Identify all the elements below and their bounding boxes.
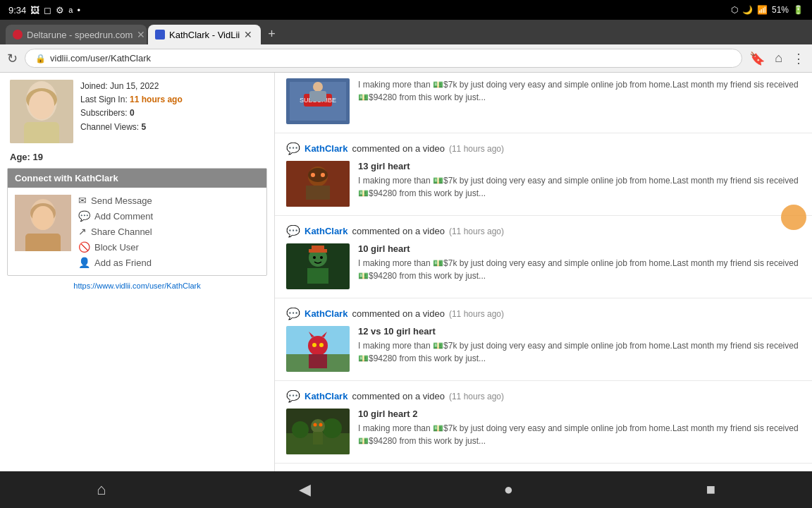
status-left: 9:34 🖼 ◻ ⚙ a • [8,5,80,16]
connect-section: Connect with KathClark ✉ Send Message [7,168,267,276]
svg-point-42 [311,419,325,433]
deltarune-favicon [13,30,23,40]
profile-url[interactable]: https://www.vidlii.com/user/KathClark [0,276,274,293]
feed-time-0: (11 hours ago) [449,144,504,154]
status-bar: 9:34 🖼 ◻ ⚙ a • ⬡ 🌙 📶 51% 🔋 [0,0,812,20]
comment-icon-1: 💬 [286,224,300,238]
svg-point-45 [319,423,323,427]
share-channel-link[interactable]: ↗ Share Channel [78,226,153,237]
block-user-label: Block User [94,242,139,253]
video-thumb-partial: SUBSCRIBE [286,78,350,124]
age-label: Age: [10,152,30,162]
comment-icon-3: 💬 [286,389,300,403]
svg-rect-4 [24,122,59,143]
video-comment-3: I making more than 💵$7k by just doing ve… [358,422,801,447]
status-right: ⬡ 🌙 📶 51% 🔋 [731,5,804,15]
video-thumb-3 [286,409,350,454]
svg-rect-19 [306,186,330,200]
svg-rect-43 [313,432,323,445]
feed-time-1: (11 hours ago) [449,226,504,236]
feed-user-3[interactable]: KathClark [304,391,347,401]
nav-home-button[interactable]: ⌂ [91,475,111,504]
video-comment-partial: I making more than 💵$7k by just doing ve… [358,78,801,104]
video-info-3: 10 girl heart 2 I making more than 💵$7k … [358,409,801,454]
video-title-0: 13 girl heart [358,161,801,171]
tab-kathclark-close[interactable]: ✕ [244,29,252,40]
feed-item-header-0: 💬 KathClark commented on a video (11 hou… [286,142,801,155]
feed-item-header-3: 💬 KathClark commented on a video (11 hou… [286,389,801,403]
dot-icon: • [77,5,80,16]
feed-body-0: 13 girl heart I making more than 💵$7k by… [286,161,801,207]
svg-rect-15 [309,91,326,102]
add-comment-label: Add Comment [94,211,153,222]
svg-rect-33 [309,354,327,368]
feed-user-0[interactable]: KathClark [304,143,347,154]
video-thumb-1 [286,243,350,289]
browser-chrome: Deltarune - speedrun.com ✕ KathClark - V… [0,20,812,44]
nav-back-button[interactable]: ◀ [293,475,316,504]
block-user-link[interactable]: 🚫 Block User [78,241,153,253]
battery: 51% [772,5,789,15]
feed-item-partial: SUBSCRIBE I making more than 💵$7k by jus… [275,73,812,133]
video-comment-2: I making more than 💵$7k by just doing ve… [358,339,801,365]
svg-point-32 [308,336,328,356]
profile-avatar [10,80,73,143]
video-thumb-0 [286,161,350,207]
channel-views-value: 5 [142,122,147,132]
connect-links: ✉ Send Message 💬 Add Comment ↗ Share Cha… [78,195,153,268]
block-user-icon: 🚫 [78,241,90,253]
home-button[interactable]: ⌂ [775,51,782,66]
channel-views-row: Channel Views: 5 [80,121,183,134]
send-message-link[interactable]: ✉ Send Message [78,195,153,206]
connect-body: ✉ Send Message 💬 Add Comment ↗ Share Cha… [8,188,266,275]
new-tab-button[interactable]: + [262,24,281,44]
joined-date: Jun 15, 2022 [110,81,159,91]
feed-action-3: commented on a video [352,391,445,401]
video-info-1: 10 girl heart I making more than 💵$7k by… [358,243,801,289]
add-friend-link[interactable]: 👤 Add as Friend [78,257,153,268]
joined-label: Joined: [80,81,108,91]
notification-icon: 🖼 [30,5,39,16]
add-comment-link[interactable]: 💬 Add Comment [78,210,153,222]
menu-button[interactable]: ⋮ [792,51,805,66]
feed-item-header-1: 💬 KathClark commented on a video (11 hou… [286,224,801,238]
sidebar: Joined: Jun 15, 2022 Last Sign In: 11 ho… [0,73,275,502]
video-title-3: 10 girl heart 2 [358,409,801,419]
main-feed[interactable]: SUBSCRIBE I making more than 💵$7k by jus… [275,73,812,502]
video-comment-0: I making more than 💵$7k by just doing ve… [358,174,801,200]
vidlii-favicon [155,30,165,40]
add-comment-icon: 💬 [78,210,90,222]
profile-avatar-image [10,80,73,143]
reload-button[interactable]: ↻ [7,51,18,66]
joined-row: Joined: Jun 15, 2022 [80,80,183,93]
address-bar[interactable]: 🔒 vidlii.com/user/KathClark [25,49,742,68]
time: 9:34 [8,5,26,16]
profile-section: Joined: Jun 15, 2022 Last Sign In: 11 ho… [0,73,274,150]
svg-point-28 [313,256,316,259]
amazon-icon: a [68,6,73,14]
fab-button[interactable] [781,205,806,230]
tab-kathclark[interactable]: KathClark - VidLii ✕ [148,25,261,44]
svg-rect-9 [25,234,61,251]
feed-user-1[interactable]: KathClark [304,226,347,236]
nav-square-button[interactable]: ■ [701,475,721,504]
video-info-partial: I making more than 💵$7k by just doing ve… [358,78,801,124]
tab-deltarune-close[interactable]: ✕ [137,29,145,40]
feed-user-2[interactable]: KathClark [304,308,347,319]
age-row: Age: 19 [0,150,274,168]
comment-icon-2: 💬 [286,307,300,320]
bookmark-button[interactable]: 🔖 [749,51,765,66]
feed-body-1: 10 girl heart I making more than 💵$7k by… [286,243,801,289]
nav-recents-button[interactable]: ● [498,475,519,504]
feed-item-header-2: 💬 KathClark commented on a video (11 hou… [286,307,801,320]
svg-rect-25 [307,268,328,284]
tab-deltarune[interactable]: Deltarune - speedrun.com ✕ [6,25,147,44]
svg-point-29 [320,256,323,259]
svg-point-21 [311,173,315,177]
svg-point-3 [29,91,54,119]
svg-point-14 [313,82,323,92]
tabs-bar: Deltarune - speedrun.com ✕ KathClark - V… [6,24,806,44]
video-comment-1: I making more than 💵$7k by just doing ve… [358,257,801,282]
svg-point-34 [312,343,316,347]
svg-point-44 [314,423,317,427]
